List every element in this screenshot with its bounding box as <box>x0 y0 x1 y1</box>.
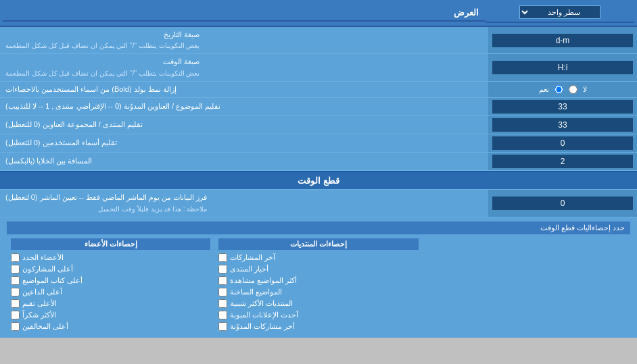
forum-checkbox-1[interactable] <box>218 253 227 262</box>
display-dropdown[interactable]: سطر واحدسطرينثلاثة أسطر <box>519 5 600 19</box>
forum-align-input-area <box>488 116 637 134</box>
col1-header: إحصاءات الأعضاء <box>11 238 210 250</box>
checkbox-col-empty <box>423 237 630 334</box>
display-dropdown-area: سطر واحدسطرينثلاثة أسطر <box>486 3 634 23</box>
member-checkbox-5[interactable] <box>11 299 20 308</box>
list-item: أحدث الإعلانات المبوبة <box>218 309 418 321</box>
forum-checkbox-5[interactable] <box>218 299 227 308</box>
time-format-input[interactable] <box>492 61 633 74</box>
forum-item-4-label: المواضيع الساخنة <box>230 288 282 296</box>
list-item: المواضيع الساخنة <box>218 286 418 298</box>
header-row: سطر واحدسطرينثلاثة أسطر العرض <box>0 0 637 27</box>
forum-item-7-label: أخر مشاركات المدوّنة <box>230 322 295 331</box>
list-item: المنتديات الأكثر شببية <box>218 298 418 309</box>
cell-spacing-input-area <box>488 153 637 170</box>
cell-spacing-label: المسافة بين الخلايا (بالبكسل) <box>0 153 488 170</box>
time-format-input-area <box>488 54 637 80</box>
list-item: أكثر المواضيع مشاهدة <box>218 275 418 286</box>
forum-align-label: تقليم المنتدى / المجموعة العناوين (0 للت… <box>0 116 488 134</box>
date-format-row: صيغة التاريخ بعض التكوينات يتطلب "/" الت… <box>0 27 637 54</box>
main-container: سطر واحدسطرينثلاثة أسطر العرض صيغة التار… <box>0 0 637 338</box>
list-item: آخر المشاركات <box>218 252 418 263</box>
member-item-4-label: أعلى الداعين <box>22 288 62 296</box>
cell-spacing-row: المسافة بين الخلايا (بالبكسل) <box>0 153 637 171</box>
forum-item-6-label: أحدث الإعلانات المبوبة <box>230 311 298 319</box>
forum-checkbox-3[interactable] <box>218 276 227 285</box>
list-item: أعلى الداعين <box>11 286 210 298</box>
member-item-1-label: الأعضاء الجدد <box>22 253 64 262</box>
member-checkbox-7[interactable] <box>11 322 20 331</box>
realtime-label: فرز البيانات من يوم الماشر الماضي فقط --… <box>0 190 488 216</box>
forum-align-row: تقليم المنتدى / المجموعة العناوين (0 للت… <box>0 116 637 134</box>
forum-checkbox-7[interactable] <box>218 322 227 331</box>
time-format-row: صيغة الوقت بعض التكوينات يتطلب "/" التي … <box>0 54 637 81</box>
username-align-row: تقليم أسماء المستخدمين (0 للتعطيل) <box>0 134 637 153</box>
topic-align-input[interactable] <box>492 100 633 113</box>
realtime-input-area <box>488 190 637 216</box>
date-format-input[interactable] <box>492 34 633 47</box>
topic-align-row: تقليم الموضوع / العناوين المدوّنة (0 -- … <box>0 98 637 116</box>
checkbox-col-forums: إحصاءات المنتديات آخر المشاركات أخبار ال… <box>214 237 422 334</box>
member-item-7-label: أعلى المخالفين <box>22 322 68 331</box>
bold-remove-row: لا نعم إزالة نمط بولد (Bold) من اسماء ال… <box>0 82 637 98</box>
member-item-3-label: أعلى كتاب المواضيع <box>22 276 82 285</box>
username-align-input[interactable] <box>492 136 633 150</box>
member-item-2-label: أعلى المشاركون <box>22 265 73 274</box>
checkbox-col-members: إحصاءات الأعضاء الأعضاء الجدد أعلى المشا… <box>7 237 214 334</box>
bold-remove-radio-area: لا نعم <box>488 82 637 97</box>
list-item: أعلى المخالفين <box>11 321 210 332</box>
list-item: أعلى كتاب المواضيع <box>11 275 210 286</box>
list-item: الأعلى تقيم <box>11 298 210 309</box>
list-item: أعلى المشاركون <box>11 263 210 275</box>
topic-align-input-area <box>488 98 637 115</box>
col2-header: إحصاءات المنتديات <box>218 238 418 250</box>
radio-no-label: لا <box>583 85 587 94</box>
list-item: الأكثر شكراً <box>11 309 210 321</box>
radio-yes[interactable] <box>555 85 563 94</box>
username-align-label: تقليم أسماء المستخدمين (0 للتعطيل) <box>0 134 488 152</box>
forum-item-1-label: آخر المشاركات <box>230 253 275 262</box>
forum-checkbox-2[interactable] <box>218 265 227 274</box>
radio-no[interactable] <box>569 85 577 94</box>
list-item: الأعضاء الجدد <box>11 252 210 263</box>
bold-remove-label: إزالة نمط بولد (Bold) من اسماء المستخدمي… <box>0 82 488 97</box>
time-format-label: صيغة الوقت بعض التكوينات يتطلب "/" التي … <box>0 54 488 80</box>
forum-checkbox-4[interactable] <box>218 288 227 296</box>
forum-item-2-label: أخبار المنتدى <box>230 265 268 274</box>
list-item: أخبار المنتدى <box>218 263 418 275</box>
date-format-label: صيغة التاريخ بعض التكوينات يتطلب "/" الت… <box>0 27 488 53</box>
forum-align-input[interactable] <box>492 118 633 132</box>
forum-item-5-label: المنتديات الأكثر شببية <box>230 299 293 308</box>
member-item-5-label: الأعلى تقيم <box>22 299 57 308</box>
member-checkbox-6[interactable] <box>11 311 20 319</box>
topic-align-label: تقليم الموضوع / العناوين المدوّنة (0 -- … <box>0 98 488 115</box>
list-item: أخر مشاركات المدوّنة <box>218 321 418 332</box>
header-title: العرض <box>3 5 486 22</box>
forum-checkbox-6[interactable] <box>218 311 227 319</box>
checkboxes-section: حدد إحصاءاليات قطع الوقت إحصاءات المنتدي… <box>0 217 637 338</box>
member-item-6-label: الأكثر شكراً <box>22 311 56 319</box>
member-checkbox-4[interactable] <box>11 288 20 296</box>
checkboxes-apply-label: حدد إحصاءاليات قطع الوقت <box>7 222 630 234</box>
realtime-section-header: قطع الوقت <box>0 171 637 190</box>
member-checkbox-1[interactable] <box>11 253 20 262</box>
forum-item-3-label: أكثر المواضيع مشاهدة <box>230 276 297 285</box>
member-checkbox-2[interactable] <box>11 265 20 274</box>
checkboxes-grid: إحصاءات المنتديات آخر المشاركات أخبار ال… <box>7 237 630 334</box>
realtime-input[interactable] <box>492 197 633 210</box>
realtime-row: فرز البيانات من يوم الماشر الماضي فقط --… <box>0 190 637 217</box>
username-align-input-area <box>488 134 637 152</box>
date-format-input-area <box>488 27 637 53</box>
radio-yes-label: نعم <box>539 85 549 94</box>
member-checkbox-3[interactable] <box>11 276 20 285</box>
cell-spacing-input[interactable] <box>492 155 633 168</box>
